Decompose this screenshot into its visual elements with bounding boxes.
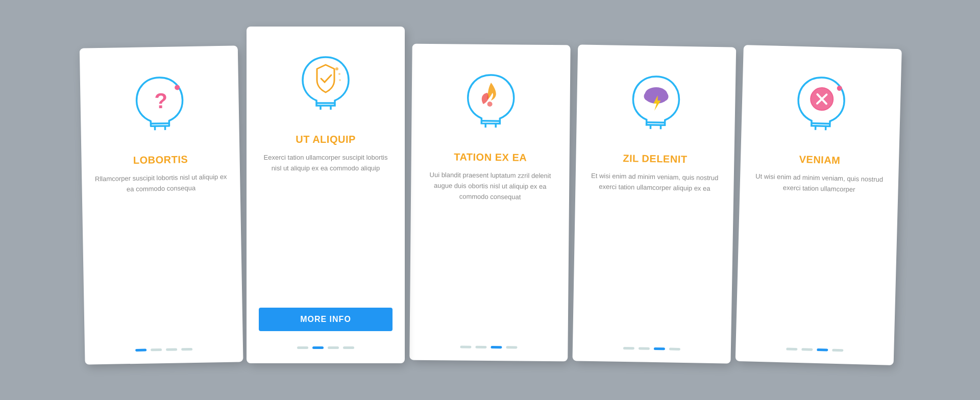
card-icon-tation-ex-ea <box>455 64 527 136</box>
svg-text:?: ? <box>154 89 167 113</box>
card-title-zil-delenit: ZIL DELENIT <box>623 153 688 165</box>
dot <box>817 348 828 352</box>
dot <box>506 346 517 348</box>
dot <box>151 348 162 351</box>
dot <box>654 347 665 350</box>
card-icon-veniam <box>785 66 858 140</box>
dots-veniam <box>786 347 843 352</box>
dot <box>639 347 650 350</box>
dot <box>181 348 192 351</box>
card-ut-aliquip: UT ALIQUIP Eexerci tation ullamcorper su… <box>247 27 405 363</box>
card-veniam: VENIAM Ut wisi enim ad minim veniam, qui… <box>736 45 902 365</box>
dot <box>669 348 680 351</box>
dot <box>475 346 486 348</box>
svg-point-14 <box>487 102 493 107</box>
card-text-ut-aliquip: Eexerci tation ullamcorper suscipit lobo… <box>259 153 393 297</box>
dot <box>832 349 843 352</box>
card-icon-lobortis: ? <box>123 67 195 139</box>
card-title-veniam: VENIAM <box>799 154 840 166</box>
card-text-zil-delenit: Et wisi enim ad minim veniam, quis nostr… <box>585 171 722 339</box>
svg-point-8 <box>335 67 338 70</box>
svg-line-23 <box>812 123 830 124</box>
dot <box>166 348 177 351</box>
svg-point-10 <box>339 79 341 81</box>
card-zil-delenit: ZIL DELENIT Et wisi enim ad minim veniam… <box>572 44 736 363</box>
card-title-lobortis: LOBORTIS <box>133 154 188 166</box>
dot <box>460 346 471 348</box>
dots-ut-aliquip <box>297 346 354 349</box>
dot <box>297 346 308 349</box>
card-text-lobortis: Rllamcorper suscipit lobortis nisl ut al… <box>94 172 231 340</box>
dot <box>312 346 324 349</box>
card-title-tation-ex-ea: TATION EX EA <box>454 151 527 163</box>
svg-line-15 <box>647 122 665 123</box>
more-info-button[interactable]: MORE INFO <box>259 308 393 331</box>
card-title-ut-aliquip: UT ALIQUIP <box>296 134 356 145</box>
dot <box>328 346 339 349</box>
card-lobortis: ? LOBORTIS Rllamcorper suscipit lobortis… <box>80 45 243 364</box>
dot <box>491 346 502 348</box>
svg-point-9 <box>338 73 340 75</box>
card-text-veniam: Ut wisi enim ad minim veniam, quis nostr… <box>748 171 886 340</box>
card-icon-ut-aliquip <box>290 47 361 118</box>
card-text-tation-ex-ea: Uui blandit praesent luptatum zzril dele… <box>422 170 557 336</box>
dot <box>801 348 813 351</box>
svg-line-0 <box>151 123 169 124</box>
dots-tation-ex-ea <box>460 346 517 349</box>
dot <box>623 347 634 349</box>
card-tation-ex-ea: TATION EX EA Uui blandit praesent luptat… <box>409 44 570 362</box>
dots-zil-delenit <box>623 347 680 351</box>
card-icon-zil-delenit <box>620 66 692 138</box>
cards-container: ? LOBORTIS Rllamcorper suscipit lobortis… <box>72 16 908 384</box>
dot <box>343 346 354 349</box>
dots-lobortis <box>135 348 192 352</box>
dot <box>786 347 797 351</box>
dot <box>135 349 146 352</box>
